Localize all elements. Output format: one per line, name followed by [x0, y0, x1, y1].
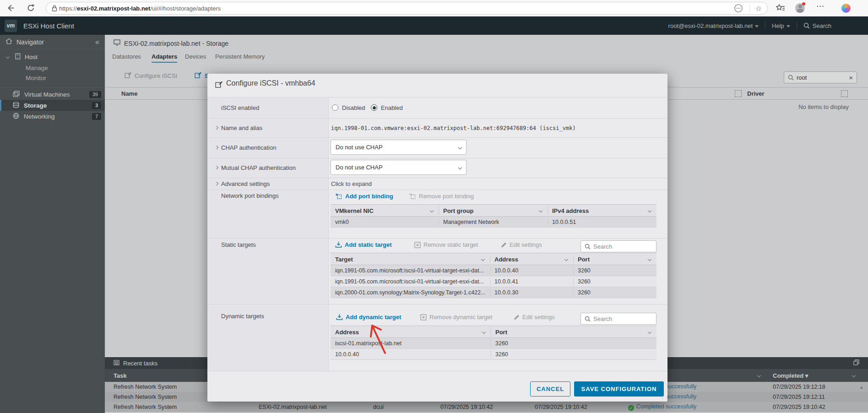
search-icon [585, 244, 591, 250]
divider [573, 277, 574, 285]
table-search-input[interactable]: root × [784, 71, 857, 83]
scroll-up-icon[interactable]: ▲ [859, 385, 864, 390]
clear-search-icon[interactable]: × [849, 74, 853, 82]
back-icon[interactable] [6, 4, 15, 12]
divider [490, 266, 490, 274]
dynamic-targets-search-input[interactable]: Search [580, 313, 656, 325]
column-header[interactable]: Port group [443, 207, 473, 214]
chevron-down-icon[interactable] [648, 330, 651, 334]
column-header[interactable]: Target [335, 255, 353, 262]
column-selector-icon[interactable] [841, 90, 848, 97]
count-badge: 3 [92, 102, 101, 109]
radio-enabled-label[interactable]: Enabled [381, 104, 403, 111]
chevron-down-icon[interactable] [757, 374, 761, 377]
table-row[interactable]: iqn.2000-01.com.synology:Matrix-Synology… [331, 287, 656, 298]
sidebar-item-label: Manage [26, 65, 48, 71]
column-header[interactable]: VMkernel NIC [335, 207, 374, 214]
page-actions-icon[interactable] [734, 4, 743, 13]
table-row[interactable]: iqn.1991-05.com.microsoft:iscsi-01-virtu… [331, 276, 656, 287]
chevron-down-icon[interactable] [648, 257, 651, 261]
browser-menu-icon[interactable]: ⋯ [816, 1, 825, 11]
favorite-star-icon[interactable]: ☆ [749, 4, 762, 13]
add-port-binding-button[interactable]: Add port binding [335, 193, 393, 200]
mutual-chap-select[interactable]: Do not use CHAP [331, 160, 467, 175]
sidebar-item-monitor[interactable]: Monitor [0, 72, 105, 83]
remove-dynamic-target-button[interactable]: Remove dynamic target [420, 314, 492, 321]
divider [207, 304, 667, 304]
tab-adapters[interactable]: Adapters [152, 53, 177, 63]
column-header-task[interactable]: Task [114, 372, 127, 379]
column-header-name[interactable]: Name [121, 90, 137, 97]
divider [0, 87, 105, 87]
chevron-down-icon[interactable] [852, 374, 856, 377]
chevron-down-icon[interactable] [430, 209, 434, 212]
remove-static-target-button[interactable]: Remove static target [414, 241, 478, 248]
divider [573, 266, 574, 274]
column-header[interactable]: IPv4 address [552, 207, 589, 214]
chevron-down-icon[interactable] [564, 257, 568, 261]
edit-settings-button[interactable]: Edit settings [513, 314, 555, 321]
configure-iscsi-button[interactable]: Configure iSCSI [125, 71, 177, 80]
help-menu[interactable]: Help [772, 22, 790, 29]
table-row[interactable]: vmk0 Management Network 10.0.0.51 [331, 217, 656, 228]
radio-disabled-label[interactable]: Disabled [342, 104, 365, 111]
search-icon [585, 316, 591, 322]
chevron-down-icon[interactable] [482, 330, 486, 334]
sidebar-item-networking[interactable]: Networking 7 [0, 111, 105, 122]
static-targets-search-input[interactable]: Search [580, 240, 656, 252]
column-header-completed[interactable]: Completed ▾ [773, 372, 808, 379]
chap-auth-select[interactable]: Do not use CHAP [331, 140, 467, 155]
chevron-down-icon[interactable] [648, 209, 651, 212]
collapse-sidebar-icon[interactable]: « [95, 38, 99, 46]
screen: https://esxi-02.matrixpost-lab.net/ui/#/… [0, 0, 868, 413]
global-search[interactable]: Search [803, 22, 831, 29]
cancel-button[interactable]: CANCEL [530, 381, 570, 397]
favorites-bar-icon[interactable] [776, 3, 786, 13]
page-url[interactable]: https://esxi-02.matrixpost-lab.net/ui/#/… [59, 5, 221, 12]
divider [207, 371, 667, 371]
copilot-icon[interactable] [841, 4, 851, 13]
vmware-logo[interactable]: vm [5, 20, 17, 32]
column-selector-icon[interactable] [735, 90, 742, 97]
chevron-down-icon [755, 25, 759, 27]
refresh-icon[interactable] [27, 4, 35, 12]
column-header[interactable]: Port [495, 328, 507, 335]
save-configuration-button[interactable]: SAVE CONFIGURATION [574, 381, 664, 397]
chevron-down-icon[interactable] [481, 257, 485, 261]
column-header[interactable]: Address [494, 255, 518, 262]
sidebar-item-virtual-machines[interactable]: Virtual Machines 39 [0, 89, 105, 100]
task-row[interactable]: Refresh Network System ESXi-02.matrixpos… [105, 402, 868, 412]
chevron-down-icon[interactable] [6, 55, 10, 59]
column-header-driver[interactable]: Driver [747, 90, 765, 97]
column-header[interactable]: Port [578, 255, 590, 262]
divider [490, 277, 490, 285]
tab-datastores[interactable]: Datastores [112, 53, 141, 60]
browser-chrome: https://esxi-02.matrixpost-lab.net/ui/#/… [0, 0, 868, 16]
tab-persistent-memory[interactable]: Persistent Memory [215, 53, 265, 60]
table-row[interactable]: iqn.1991-05.com.microsoft:iscsi-01-virtu… [331, 265, 656, 276]
esxi-topbar: vm ESXi Host Client root@esxi-02.matrixp… [0, 16, 868, 35]
radio-disabled[interactable] [332, 104, 338, 111]
software-iscsi-button-partial[interactable]: S [195, 71, 209, 80]
advanced-settings-expand[interactable]: Click to expand [331, 180, 372, 187]
sidebar-item-manage[interactable]: Manage [0, 62, 105, 73]
user-menu[interactable]: root@esxi-02.matrixpost-lab.net [668, 22, 759, 29]
sidebar-item-host[interactable]: Host [0, 51, 105, 62]
add-static-target-button[interactable]: Add static target [335, 241, 392, 248]
restore-panel-icon[interactable] [853, 359, 859, 367]
tab-devices[interactable]: Devices [185, 53, 206, 60]
esxi-app: vm ESXi Host Client root@esxi-02.matrixp… [0, 16, 868, 413]
lock-icon[interactable] [52, 5, 57, 11]
resize-handle[interactable]: ⋮⋮ [661, 395, 670, 400]
sidebar-item-storage[interactable]: Storage 3 [0, 100, 105, 111]
chevron-down-icon[interactable] [539, 209, 542, 212]
remove-port-binding-button[interactable]: Remove port binding [409, 193, 474, 200]
storage-icon [13, 102, 19, 109]
edit-settings-button[interactable]: Edit settings [500, 241, 542, 248]
pencil-icon [513, 314, 520, 321]
address-bar[interactable]: https://esxi-02.matrixpost-lab.net/ui/#/… [46, 2, 768, 15]
divider [207, 178, 667, 178]
column-header[interactable]: Address [335, 328, 359, 335]
radio-enabled[interactable] [371, 104, 377, 111]
task-result: ✓Completed successfully [628, 403, 696, 411]
